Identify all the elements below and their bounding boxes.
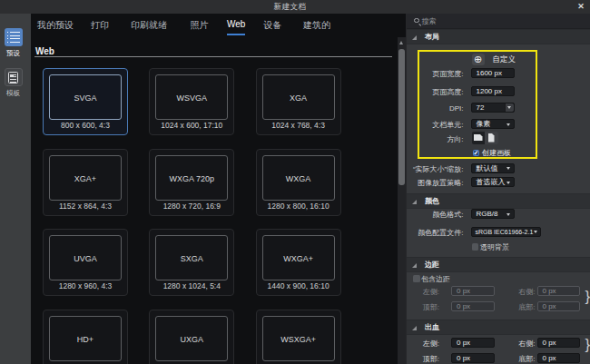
page-height-row: 页面高度: 1200 px bbox=[407, 86, 590, 98]
search-placeholder: 搜索 bbox=[422, 14, 437, 29]
bleed-top-label: 顶部: bbox=[423, 354, 439, 364]
image-placement-dropdown[interactable]: 首选嵌入 bbox=[471, 177, 516, 187]
tab-2[interactable]: 印刷就绪 bbox=[131, 19, 167, 36]
color-format-dropdown[interactable]: RGB/8 bbox=[471, 209, 516, 219]
sidebar-item-presets[interactable]: 预设 bbox=[0, 28, 26, 58]
units-dropdown[interactable]: 像素 bbox=[471, 119, 516, 129]
preset-card-uvga[interactable]: UVGA1280 x 960, 4:3 bbox=[43, 229, 128, 296]
custom-label: 自定义 bbox=[493, 54, 516, 64]
preset-dimensions bbox=[257, 360, 340, 364]
margin-right-label: 右侧: bbox=[518, 287, 535, 297]
sidebar: 预设 模板 bbox=[0, 14, 31, 364]
preset-card-wxga-[interactable]: WXGA+1440 x 900, 16:10 bbox=[256, 229, 341, 296]
preset-card-xga-[interactable]: XGA+1152 x 864, 4:3 bbox=[43, 149, 128, 216]
collapse-triangle-icon bbox=[412, 200, 417, 204]
tab-6[interactable]: 建筑的 bbox=[303, 19, 330, 36]
margin-top-input[interactable]: 0 px bbox=[451, 301, 495, 311]
preset-card-svga[interactable]: SVGA800 x 600, 4:3 bbox=[43, 68, 128, 135]
sidebar-item-templates[interactable]: 模板 bbox=[0, 68, 26, 98]
tab-active-4[interactable]: Web bbox=[227, 19, 245, 35]
section-header-bleed[interactable]: 出血 bbox=[407, 320, 590, 335]
bleed-link-brace: } bbox=[585, 337, 590, 352]
preset-card-xga[interactable]: XGA1024 x 768, 4:3 bbox=[256, 68, 341, 135]
bleed-bottom-input[interactable]: 0 px bbox=[537, 353, 580, 363]
actual-size-zoom-dropdown[interactable]: 默认值 bbox=[471, 163, 516, 173]
color-format-label: 颜色格式: bbox=[432, 210, 463, 220]
color-profile-dropdown[interactable]: sRGB IEC61966-2.1 bbox=[471, 227, 541, 237]
margin-bottom-input[interactable]: 0 px bbox=[537, 301, 580, 311]
new-document-dialog: 新建文档 ✕ 预设 模板 我的预设打印印刷就绪照片Web设备建筑的 Web SV… bbox=[0, 0, 590, 364]
create-artboard-checkbox[interactable]: ✓ bbox=[473, 150, 480, 157]
preset-name: XGA+ bbox=[50, 156, 121, 202]
preset-dimensions: 1280 x 720, 16:9 bbox=[150, 200, 233, 213]
tab-3[interactable]: 照片 bbox=[191, 19, 209, 36]
preset-name: UXGA bbox=[156, 317, 227, 362]
preset-dimensions bbox=[44, 360, 127, 364]
portrait-button[interactable] bbox=[485, 132, 498, 144]
include-margins-checkbox[interactable] bbox=[413, 275, 420, 282]
tab-0[interactable]: 我的预设 bbox=[37, 19, 74, 36]
preset-dimensions: 1024 x 600, 17:10 bbox=[150, 119, 233, 133]
preset-preview-box: UVGA bbox=[49, 235, 122, 280]
preset-dimensions bbox=[150, 360, 233, 364]
dpi-combobox[interactable]: 72 bbox=[471, 103, 516, 113]
preset-dimensions: 800 x 600, 4:3 bbox=[44, 119, 127, 133]
section-header-color[interactable]: 颜色 bbox=[407, 193, 590, 209]
bleed-top-input[interactable]: 0 px bbox=[451, 353, 495, 363]
preset-card-wsxga-[interactable]: WSXGA+ bbox=[256, 310, 341, 364]
margin-right-input[interactable]: 0 px bbox=[537, 286, 580, 296]
page-width-input[interactable]: 1600 px bbox=[471, 68, 516, 78]
preset-preview-box: XGA bbox=[262, 74, 335, 120]
preset-name: WXGA bbox=[263, 156, 334, 202]
scrollbar-thumb[interactable] bbox=[398, 49, 404, 185]
include-margins-label: 包含边距 bbox=[421, 275, 450, 283]
margin-left-input[interactable]: 0 px bbox=[451, 286, 495, 296]
preset-card-sxga[interactable]: SXGA1280 x 1024, 5:4 bbox=[149, 229, 234, 296]
chevron-down-icon bbox=[506, 167, 510, 170]
bleed-right-input[interactable]: 0 px bbox=[537, 338, 580, 348]
add-custom-icon[interactable]: ⊕ bbox=[472, 54, 485, 65]
preset-card-wxga-720p[interactable]: WXGA 720p1280 x 720, 16:9 bbox=[149, 149, 234, 216]
page-height-input[interactable]: 1200 px bbox=[471, 86, 516, 96]
image-placement-row: 图像放置策略: 首选嵌入 bbox=[407, 177, 590, 189]
section-header-margins[interactable]: 边距 bbox=[407, 257, 590, 272]
preset-name: WSVGA bbox=[156, 75, 227, 121]
preset-name: SVGA bbox=[50, 75, 121, 121]
settings-panel: 搜索 布局 ⊕ 自定义 页面宽度: 1600 px 页面高度: 1200 px … bbox=[406, 14, 590, 364]
transparent-background-row: 透明背景 bbox=[407, 243, 590, 255]
units-label: 文档单元: bbox=[432, 120, 463, 130]
preset-dimensions: 1280 x 800, 16:10 bbox=[257, 200, 340, 213]
section-header-layout[interactable]: 布局 bbox=[407, 29, 590, 44]
bleed-right-label: 右侧: bbox=[518, 339, 535, 349]
close-icon[interactable]: ✕ bbox=[575, 0, 587, 14]
preset-card-uxga[interactable]: UXGA bbox=[149, 310, 234, 364]
margin-top-label: 顶部: bbox=[423, 302, 439, 312]
bleed-left-right-row: 左侧: 0 px 右侧: 0 px bbox=[407, 338, 590, 349]
preset-name: WSXGA+ bbox=[263, 317, 334, 362]
preset-card-wsvga[interactable]: WSVGA1024 x 600, 17:10 bbox=[149, 68, 234, 135]
section-header-label: 边距 bbox=[425, 258, 439, 272]
search-bar[interactable]: 搜索 bbox=[407, 14, 590, 29]
tab-5[interactable]: 设备 bbox=[264, 19, 282, 36]
grid-scrollbar[interactable] bbox=[398, 37, 407, 364]
transparent-background-checkbox[interactable] bbox=[472, 243, 479, 251]
transparent-background-label: 透明背景 bbox=[480, 243, 509, 251]
dpi-label: DPI: bbox=[449, 103, 464, 113]
preset-card-hd-[interactable]: HD+ bbox=[43, 310, 128, 364]
dpi-dropdown-button[interactable] bbox=[505, 103, 514, 112]
dpi-row: DPI: 72 bbox=[407, 103, 590, 114]
preset-dimensions: 1152 x 864, 4:3 bbox=[44, 200, 127, 213]
preset-name: UVGA bbox=[50, 236, 121, 281]
chevron-down-icon bbox=[534, 231, 537, 233]
preset-preview-box: XGA+ bbox=[49, 155, 122, 201]
margins-link-brace: } bbox=[585, 289, 590, 304]
landscape-page-icon bbox=[474, 134, 483, 141]
color-format-row: 颜色格式: RGB/8 bbox=[407, 209, 590, 221]
bleed-left-input[interactable]: 0 px bbox=[451, 338, 495, 348]
preset-card-wxga[interactable]: WXGA1280 x 800, 16:10 bbox=[256, 149, 341, 216]
tab-1[interactable]: 打印 bbox=[91, 19, 109, 36]
bleed-bottom-label: 底部: bbox=[518, 354, 535, 364]
preset-preview-box: HD+ bbox=[49, 316, 122, 361]
landscape-button[interactable] bbox=[472, 132, 486, 144]
scroll-up-icon[interactable] bbox=[399, 41, 403, 44]
